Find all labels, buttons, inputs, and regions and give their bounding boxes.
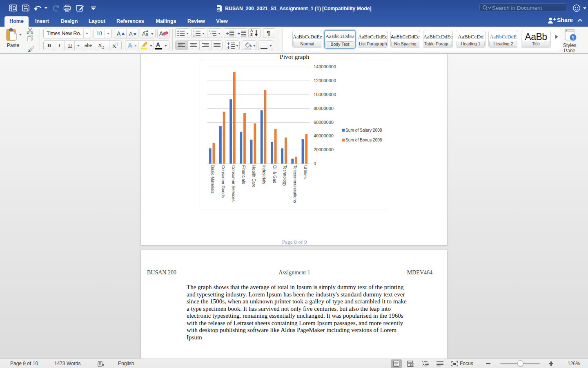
svg-text:40000000: 40000000 xyxy=(314,133,334,138)
svg-text:Oil & Gas: Oil & Gas xyxy=(272,165,277,183)
svg-text:Basic Materials: Basic Materials xyxy=(210,165,215,193)
svg-text:120000000: 120000000 xyxy=(314,78,336,83)
svg-text:3: 3 xyxy=(193,35,194,37)
svg-text:Financials: Financials xyxy=(241,165,246,184)
svg-text:60000000: 60000000 xyxy=(314,120,334,125)
svg-text:Industrials: Industrials xyxy=(262,165,266,184)
svg-text:80000000: 80000000 xyxy=(314,106,334,111)
svg-text:Technology: Technology xyxy=(283,165,287,186)
svg-text:Telecommunications: Telecommunications xyxy=(293,165,297,203)
svg-text:Health Care: Health Care xyxy=(252,165,256,188)
svg-text:140000000: 140000000 xyxy=(314,64,336,69)
svg-text:¶: ¶ xyxy=(572,35,574,40)
svg-text:i: i xyxy=(211,35,211,37)
svg-text:Consumer Goods: Consumer Goods xyxy=(221,165,225,198)
svg-text:100000000: 100000000 xyxy=(314,92,336,97)
svg-text:0: 0 xyxy=(314,161,316,166)
svg-text:Pivot graph: Pivot graph xyxy=(280,54,309,60)
svg-text:Sum of Bonus 2008: Sum of Bonus 2008 xyxy=(345,138,382,142)
svg-text:Utilities: Utilities xyxy=(303,165,307,179)
svg-text:W: W xyxy=(217,7,220,11)
svg-text:Page 8 of 9: Page 8 of 9 xyxy=(282,239,307,245)
svg-text:Sum of Salary 2008: Sum of Salary 2008 xyxy=(345,128,382,132)
svg-text:20000000: 20000000 xyxy=(314,147,334,152)
svg-text:Consumer Services: Consumer Services xyxy=(231,165,236,202)
